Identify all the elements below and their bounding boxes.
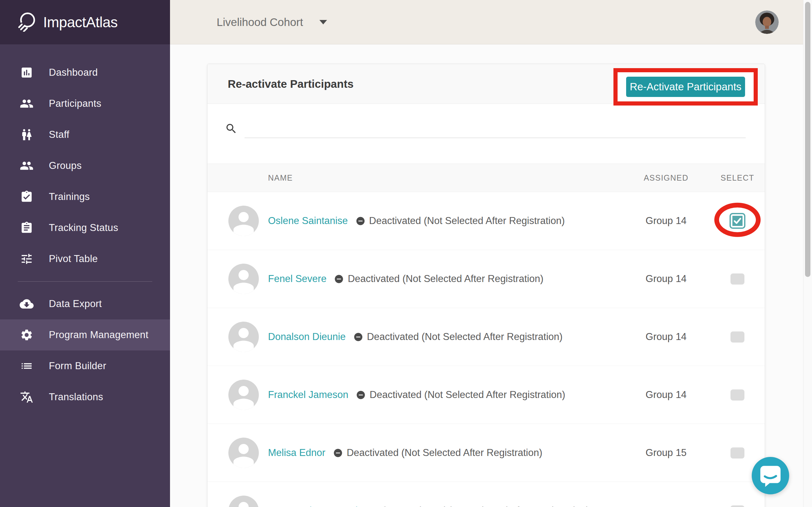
deactivated-icon: [334, 274, 344, 284]
user-avatar[interactable]: [755, 10, 779, 34]
sidebar-item-pivot-table[interactable]: Pivot Table: [0, 243, 170, 274]
column-header-name: NAME: [268, 173, 614, 182]
search-input[interactable]: [249, 117, 744, 137]
table-row: Oslene Saintanise Deactivated (Not Selec…: [207, 192, 765, 250]
chevron-down-icon: [319, 20, 327, 24]
translate-icon: [20, 390, 34, 404]
select-checkbox[interactable]: [730, 274, 745, 285]
sidebar-item-participants[interactable]: Participants: [0, 88, 170, 119]
table-row: Melisa Ednor Deactivated (Not Selected A…: [207, 424, 765, 482]
participant-status: Deactivated (Not Selected After Registra…: [394, 505, 589, 507]
sidebar-item-label: Participants: [49, 98, 101, 109]
cohort-selector[interactable]: Livelihood Cohort: [217, 16, 327, 29]
clipboard-lines-icon: [20, 221, 34, 235]
deactivated-icon: [380, 506, 390, 507]
assigned-group: Group 15: [614, 447, 718, 458]
sidebar-item-data-export[interactable]: Data Export: [0, 288, 170, 320]
tune-sliders-icon: [20, 252, 34, 266]
table-header: NAME ASSIGNED SELECT: [207, 164, 765, 192]
select-checkbox[interactable]: [730, 447, 745, 458]
participant-name-link[interactable]: Franckel Jameson: [268, 389, 348, 400]
table-row: Fenel Severe Deactivated (Not Selected A…: [207, 250, 765, 308]
sidebar-item-label: Translations: [49, 391, 103, 403]
sidebar-item-label: Trainings: [49, 191, 90, 203]
app-window: ImpactAtlas Dashboard Participants Staff: [0, 0, 812, 507]
sidebar-item-label: Program Management: [49, 329, 148, 341]
select-checkbox[interactable]: [730, 331, 745, 343]
sidebar-item-trainings[interactable]: Trainings: [0, 181, 170, 212]
participant-avatar-icon: [229, 264, 259, 294]
column-header-assigned: ASSIGNED: [614, 173, 718, 182]
select-checkbox[interactable]: [730, 389, 745, 400]
deactivated-icon: [356, 390, 366, 400]
sidebar-item-dashboard[interactable]: Dashboard: [0, 57, 170, 88]
intercom-chat-icon: [752, 457, 789, 494]
reactivate-participants-card: Re-activate Participants Re-Activate Par…: [207, 64, 765, 507]
annotation-rectangle: Re-Activate Participants: [613, 68, 758, 106]
clipboard-check-icon: [20, 190, 34, 204]
app-logo: ImpactAtlas: [0, 0, 170, 44]
participant-name-link[interactable]: Oslene Saintanise: [268, 215, 348, 227]
participant-status: Deactivated (Not Selected After Registra…: [369, 389, 565, 400]
sidebar-item-tracking-status[interactable]: Tracking Status: [0, 212, 170, 243]
vertical-scrollbar: [803, 0, 812, 507]
assigned-group: Group 14: [614, 331, 718, 343]
column-header-select: SELECT: [718, 173, 757, 182]
sidebar-item-staff[interactable]: Staff: [0, 119, 170, 150]
sidebar-nav: Dashboard Participants Staff Groups: [0, 44, 170, 412]
participant-status: Deactivated (Not Selected After Registra…: [367, 331, 563, 343]
sidebar-item-label: Groups: [49, 160, 82, 171]
participant-name-link[interactable]: Fenel Severe: [268, 273, 326, 285]
participant-name-link[interactable]: Donalson Dieunie: [268, 331, 346, 343]
sidebar: ImpactAtlas Dashboard Participants Staff: [0, 0, 170, 507]
assigned-group: Group 15: [614, 505, 718, 507]
participant-avatar-icon: [229, 496, 259, 507]
participant-avatar-icon: [229, 322, 259, 352]
participant-avatar-icon: [229, 206, 259, 236]
cloud-download-icon: [20, 297, 34, 311]
impactatlas-logo-icon: [16, 11, 37, 33]
sidebar-item-label: Pivot Table: [49, 253, 98, 265]
participant-status: Deactivated (Not Selected After Registra…: [348, 273, 543, 285]
assigned-group: Group 14: [614, 273, 718, 285]
search-icon: [225, 122, 238, 136]
participant-name-link[interactable]: Rose Darlene St Hubert: [268, 505, 372, 507]
sidebar-item-label: Staff: [49, 129, 69, 140]
participant-status: Deactivated (Not Selected After Registra…: [369, 215, 565, 227]
chat-launcher-button[interactable]: [752, 457, 789, 494]
participant-avatar-icon: [229, 438, 259, 468]
list-icon: [20, 359, 34, 373]
card-header: Re-activate Participants Re-Activate Par…: [207, 64, 765, 104]
participant-status: Deactivated (Not Selected After Registra…: [347, 447, 542, 458]
page-title: Re-activate Participants: [228, 78, 354, 90]
sidebar-item-groups[interactable]: Groups: [0, 150, 170, 181]
app-title: ImpactAtlas: [43, 14, 118, 31]
gear-icon: [20, 328, 34, 342]
wc-people-icon: [20, 128, 34, 142]
assigned-group: Group 14: [614, 389, 718, 400]
table-row: Franckel Jameson Deactivated (Not Select…: [207, 366, 765, 424]
reactivate-participants-button[interactable]: Re-Activate Participants: [626, 77, 745, 97]
sidebar-divider: [0, 274, 170, 288]
table-row: Donalson Dieunie Deactivated (Not Select…: [207, 308, 765, 366]
sidebar-item-program-management[interactable]: Program Management: [0, 320, 170, 350]
select-checkbox-checked[interactable]: [729, 213, 745, 229]
deactivated-icon: [356, 216, 365, 226]
deactivated-icon: [333, 448, 343, 458]
sidebar-item-label: Form Builder: [49, 360, 106, 372]
search-section: [207, 104, 765, 164]
sidebar-item-translations[interactable]: Translations: [0, 382, 170, 412]
assigned-group: Group 14: [614, 215, 718, 227]
participant-name-link[interactable]: Melisa Ednor: [268, 447, 325, 458]
scrollbar-thumb[interactable]: [805, 2, 810, 277]
deactivated-icon: [353, 332, 363, 342]
table-row-partial: Rose Darlene St Hubert Deactivated (Not …: [207, 482, 765, 507]
people-icon: [20, 159, 34, 173]
people-icon: [20, 97, 34, 111]
select-checkbox[interactable]: [730, 505, 745, 507]
sidebar-item-label: Dashboard: [49, 67, 98, 78]
bar-chart-icon: [20, 66, 34, 79]
sidebar-item-form-builder[interactable]: Form Builder: [0, 350, 170, 382]
sidebar-item-label: Data Export: [49, 298, 102, 309]
cohort-selector-value: Livelihood Cohort: [217, 16, 303, 29]
